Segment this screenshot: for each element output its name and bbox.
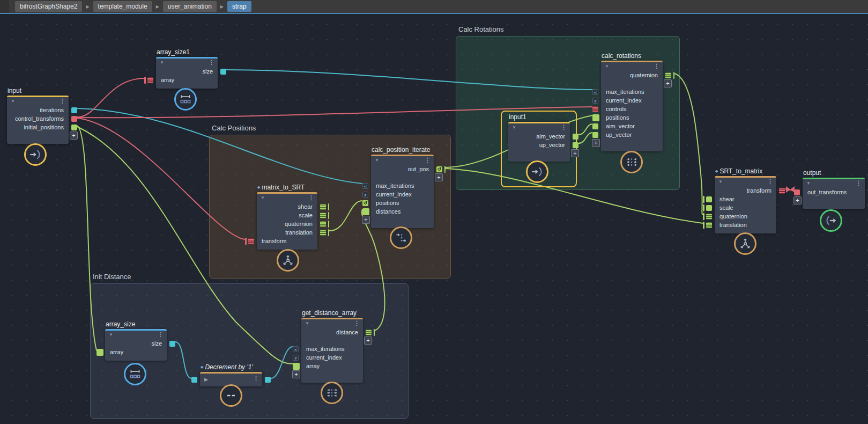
- port-scale[interactable]: [706, 205, 712, 211]
- node-calc-rotations[interactable]: calc_rotations ▼⋮ quaternion + max_itera…: [601, 61, 663, 151]
- port-transform[interactable]: [779, 188, 785, 194]
- port-max-iterations[interactable]: <: [592, 89, 598, 95]
- add-port-button[interactable]: +: [292, 370, 300, 378]
- port-quaternion[interactable]: [706, 214, 712, 220]
- expand-icon[interactable]: ▶: [204, 377, 208, 382]
- port-decrement-output[interactable]: [265, 377, 271, 383]
- breadcrumb-notch: [0, 0, 10, 13]
- port-array[interactable]: [147, 77, 153, 83]
- add-port-button[interactable]: +: [435, 173, 443, 181]
- kebab-menu-icon[interactable]: ⋮: [425, 157, 431, 164]
- kebab-menu-icon[interactable]: ⋮: [654, 63, 659, 70]
- collapse-icon[interactable]: ▼: [305, 321, 309, 326]
- breadcrumb-item-user-animation[interactable]: user_animation: [163, 1, 217, 12]
- port-label: max_iterations: [606, 89, 644, 95]
- iterate-grid-icon: [321, 382, 343, 404]
- node-calc-position-iterate[interactable]: calc_position_iterate ▼⋮ out_pos↺ + max_…: [371, 155, 434, 228]
- port-scale[interactable]: [320, 213, 326, 218]
- port-translation[interactable]: [706, 222, 712, 228]
- kebab-menu-icon[interactable]: ⋮: [354, 320, 360, 327]
- kebab-menu-icon[interactable]: ⋮: [60, 98, 65, 105]
- port-out-pos[interactable]: ↺: [436, 166, 442, 172]
- add-port-button[interactable]: +: [664, 79, 672, 87]
- port-aim-vector[interactable]: [592, 123, 598, 129]
- port-quaternion[interactable]: [320, 221, 326, 227]
- node-graph-canvas[interactable]: Calc Rotations Calc Positions Init Dista…: [0, 14, 868, 424]
- add-port-button[interactable]: +: [70, 131, 78, 140]
- port-out-transforms[interactable]: [794, 189, 800, 195]
- port-label: scale: [299, 212, 313, 218]
- add-port-button[interactable]: +: [592, 139, 600, 147]
- breadcrumb-item-root[interactable]: bifrostGraphShape2: [15, 1, 82, 12]
- port-positions[interactable]: [592, 114, 599, 121]
- port-current-index[interactable]: #: [362, 192, 368, 198]
- kebab-menu-icon[interactable]: ⋮: [767, 178, 773, 185]
- watchpoint-icon: [786, 186, 790, 193]
- port-label: size: [151, 340, 162, 347]
- node-array-size1[interactable]: array_size1 ▼⋮ size array: [156, 57, 218, 89]
- node-input[interactable]: input ▼⋮ iterations control_transforms i…: [7, 96, 69, 144]
- port-initial-positions[interactable]: [71, 125, 77, 130]
- port-shear[interactable]: [706, 196, 712, 202]
- node-array-size[interactable]: array_size ▼⋮ size array: [105, 329, 167, 361]
- node-output[interactable]: output ▼⋮ out_transforms +: [803, 178, 865, 209]
- collapse-icon[interactable]: ▼: [512, 125, 516, 130]
- node-input1[interactable]: input1 ▼⋮ aim_vector up_vector +: [508, 122, 570, 162]
- add-port-button[interactable]: +: [793, 196, 802, 204]
- kebab-menu-icon[interactable]: ⋮: [561, 124, 567, 131]
- port-size[interactable]: [169, 341, 175, 347]
- collapse-icon[interactable]: ▼: [261, 195, 265, 200]
- port-label: aim_vector: [606, 123, 635, 129]
- kebab-menu-icon[interactable]: ⋮: [209, 59, 214, 66]
- port-control-transforms[interactable]: [71, 116, 77, 122]
- port-tick: [444, 166, 446, 173]
- collapse-icon[interactable]: ▼: [109, 332, 113, 337]
- port-up-vector[interactable]: [573, 142, 578, 148]
- collapse-icon[interactable]: ▼: [605, 64, 609, 69]
- port-shear[interactable]: [320, 204, 326, 210]
- node-title: calc_position_iterate: [372, 146, 430, 153]
- port-aim-vector[interactable]: [573, 134, 578, 140]
- port-controls[interactable]: [592, 106, 598, 112]
- port-max-iterations[interactable]: <: [293, 346, 299, 352]
- port-label: array: [306, 363, 320, 369]
- collapse-icon[interactable]: ▼: [718, 179, 723, 184]
- breadcrumb-item-template-module[interactable]: template_module: [93, 1, 152, 12]
- port-quaternion[interactable]: [665, 72, 671, 78]
- node-get-distance-array[interactable]: get_distance_array ▼⋮ distance + max_ite…: [301, 318, 363, 383]
- collapse-icon[interactable]: ▼: [11, 99, 15, 104]
- group-title: Calc Rotations: [458, 25, 504, 33]
- node-matrix-to-srt[interactable]: ◆matrix_to_SRT ▼⋮ shear scale quaternion…: [257, 192, 317, 250]
- port-iterations[interactable]: [71, 107, 77, 113]
- kebab-menu-icon[interactable]: ⋮: [856, 180, 862, 187]
- kebab-menu-icon[interactable]: ⋮: [253, 375, 259, 382]
- port-distances[interactable]: [362, 208, 369, 215]
- collapse-icon[interactable]: ▼: [160, 60, 164, 65]
- port-label: array: [110, 349, 123, 355]
- breadcrumb-item-strap[interactable]: strap: [227, 1, 251, 12]
- port-current-index[interactable]: #: [293, 355, 299, 361]
- kebab-menu-icon[interactable]: ⋮: [308, 194, 314, 201]
- node-srt-to-matrix[interactable]: ◆SRT_to_matrix ▼⋮ transform shear scale …: [715, 176, 776, 233]
- port-distance[interactable]: [366, 330, 372, 335]
- port-positions[interactable]: ↺: [362, 200, 368, 206]
- port-transform[interactable]: [248, 238, 254, 244]
- port-translation[interactable]: [320, 230, 326, 236]
- collapse-icon[interactable]: ▼: [375, 158, 379, 163]
- port-array[interactable]: [293, 363, 300, 370]
- kebab-menu-icon[interactable]: ⋮: [158, 331, 164, 338]
- port-label: max_iterations: [306, 346, 345, 352]
- add-port-button[interactable]: +: [364, 337, 372, 345]
- port-current-index[interactable]: #: [592, 98, 598, 104]
- port-up-vector[interactable]: [592, 132, 598, 138]
- port-decrement-input[interactable]: [191, 377, 197, 383]
- collapse-icon[interactable]: ▼: [806, 181, 811, 186]
- port-array[interactable]: [97, 349, 103, 356]
- port-label: control_transforms: [15, 115, 64, 122]
- node-decrement-by-1[interactable]: ◆Decrement by '1' ▶ ⋮: [200, 372, 262, 386]
- add-port-button[interactable]: +: [571, 149, 579, 157]
- port-label: max_iterations: [376, 182, 414, 189]
- port-max-iterations[interactable]: <: [362, 183, 368, 189]
- add-port-button[interactable]: +: [362, 216, 370, 224]
- port-size[interactable]: [220, 69, 226, 75]
